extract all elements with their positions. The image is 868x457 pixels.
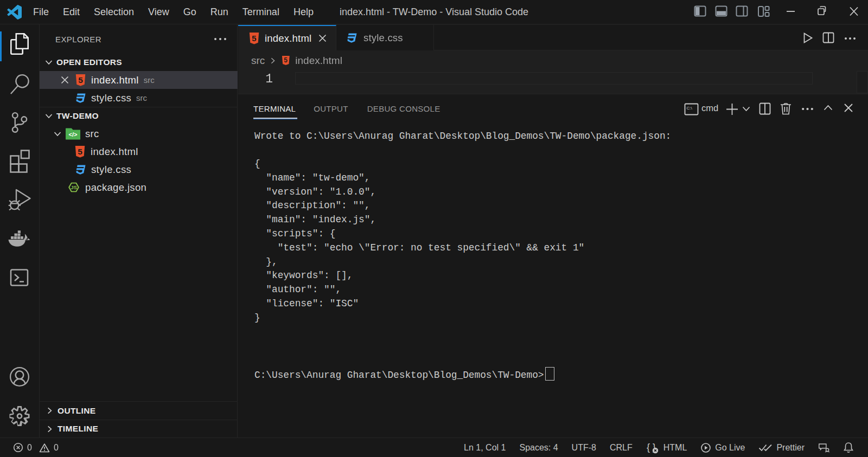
svg-text:JS: JS (71, 184, 77, 190)
svg-text:C:\: C:\ (687, 106, 693, 111)
svg-text:{: { (647, 442, 650, 453)
